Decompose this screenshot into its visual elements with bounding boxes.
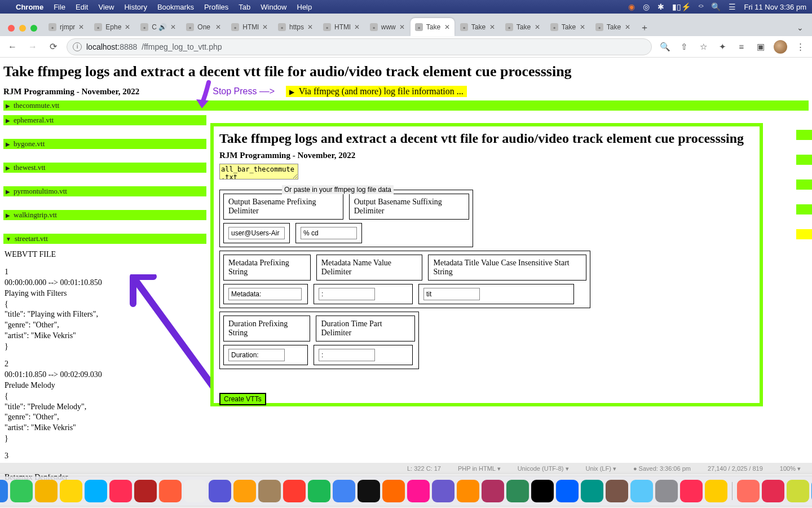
- tab-close-icon[interactable]: ✕: [625, 23, 630, 31]
- browser-tab[interactable]: ∘Ephe✕: [90, 18, 135, 36]
- battery-icon[interactable]: ▮▯⚡: [672, 2, 691, 11]
- metadata-delimiter-input[interactable]: [319, 288, 375, 300]
- tab-close-icon[interactable]: ✕: [535, 23, 540, 31]
- vtt-row[interactable]: ▶ ephemeral.vtt: [3, 115, 206, 125]
- bluetooth-icon[interactable]: ✱: [657, 2, 664, 11]
- dock-app-icon[interactable]: [737, 480, 760, 502]
- new-tab-button[interactable]: ＋: [636, 19, 653, 36]
- vtt-row[interactable]: ▶ thewest.vtt: [3, 163, 206, 173]
- browser-tab[interactable]: ∘https✕: [273, 18, 317, 36]
- metadata-prefix-input[interactable]: [228, 288, 302, 300]
- wifi-icon[interactable]: ⌔: [699, 2, 703, 11]
- dock-app-icon[interactable]: [630, 480, 653, 502]
- dock-app-icon[interactable]: [85, 480, 107, 502]
- control-center-icon[interactable]: ☰: [729, 2, 736, 11]
- back-button[interactable]: ←: [6, 42, 19, 52]
- browser-tab[interactable]: ∘Take✕: [456, 18, 500, 36]
- menubar-clock[interactable]: Fri 11 Nov 3:36 pm: [744, 3, 806, 11]
- dock-app-icon[interactable]: [35, 480, 58, 502]
- menu-tab[interactable]: Tab: [239, 3, 250, 11]
- dock-app-icon[interactable]: [283, 480, 306, 502]
- bookmark-star-icon[interactable]: ☆: [697, 42, 709, 52]
- site-info-icon[interactable]: i: [73, 42, 82, 51]
- tab-close-icon[interactable]: ✕: [170, 23, 176, 31]
- side-panel-icon[interactable]: ▣: [754, 42, 767, 52]
- tab-close-icon[interactable]: ✕: [262, 23, 268, 31]
- dock-app-icon[interactable]: [482, 480, 504, 502]
- menu-history[interactable]: History: [124, 3, 147, 11]
- menu-edit[interactable]: Edit: [76, 3, 88, 11]
- tab-close-icon[interactable]: ✕: [354, 23, 360, 31]
- menu-help[interactable]: Help: [297, 3, 312, 11]
- reading-list-icon[interactable]: ≡: [735, 42, 748, 51]
- tab-close-icon[interactable]: ✕: [78, 23, 84, 31]
- tab-close-icon[interactable]: ✕: [580, 23, 585, 31]
- spotlight-icon[interactable]: 🔍: [711, 2, 721, 11]
- browser-tab[interactable]: ∘Take✕: [411, 18, 454, 36]
- address-bar[interactable]: i localhost:8888 /ffmpeg_log_to_vtt.php: [67, 38, 652, 55]
- prefix-delimiter-input[interactable]: [228, 227, 285, 239]
- vtt-row-expanded[interactable]: ▼ streetart.vtt: [3, 234, 206, 244]
- menu-file[interactable]: File: [54, 3, 65, 11]
- dock-app-icon[interactable]: [308, 480, 330, 502]
- window-zoom-button[interactable]: [30, 25, 37, 32]
- dock-app-icon[interactable]: [0, 480, 8, 502]
- browser-tab[interactable]: ∘HTMl✕: [319, 18, 364, 36]
- tab-close-icon[interactable]: ✕: [444, 23, 450, 31]
- dock-app-icon[interactable]: [60, 480, 82, 502]
- dock-app-icon[interactable]: [109, 480, 132, 502]
- dock-app-icon[interactable]: [762, 480, 784, 502]
- window-close-button[interactable]: [8, 25, 15, 32]
- dock-app-icon[interactable]: [680, 480, 703, 502]
- profile-avatar[interactable]: [774, 40, 787, 54]
- duration-delimiter-input[interactable]: [319, 349, 375, 361]
- dock-app-icon[interactable]: [10, 480, 33, 502]
- dock-app-icon[interactable]: [705, 480, 727, 502]
- tabs-dropdown[interactable]: ⌄: [792, 19, 809, 36]
- zoom-icon[interactable]: 🔍: [659, 42, 671, 52]
- metadata-title-start-input[interactable]: [423, 288, 480, 300]
- dock-app-icon[interactable]: [382, 480, 405, 502]
- dock-app-icon[interactable]: [233, 480, 256, 502]
- tab-close-icon[interactable]: ✕: [489, 23, 495, 31]
- dock-app-icon[interactable]: [407, 480, 430, 502]
- dock-app-icon[interactable]: [432, 480, 454, 502]
- dock-app-icon[interactable]: [581, 480, 603, 502]
- tab-close-icon[interactable]: ✕: [125, 23, 130, 31]
- menu-bookmarks[interactable]: Bookmarks: [157, 3, 194, 11]
- active-app[interactable]: Chrome: [16, 3, 43, 11]
- browser-tab[interactable]: ∘C 🔊✕: [136, 18, 180, 36]
- suffix-delimiter-input[interactable]: [301, 227, 357, 239]
- browser-tab[interactable]: ∘Take✕: [546, 18, 590, 36]
- vtt-row[interactable]: ▶ bygone.vtt: [3, 139, 206, 149]
- dock-app-icon[interactable]: [184, 480, 206, 502]
- dock-app-icon[interactable]: [506, 480, 529, 502]
- dock-app-icon[interactable]: [209, 480, 231, 502]
- reload-button[interactable]: ⟳: [46, 41, 60, 52]
- tab-close-icon[interactable]: ✕: [307, 23, 313, 31]
- dock-app-icon[interactable]: [333, 480, 355, 502]
- menu-window[interactable]: Window: [261, 3, 286, 11]
- menu-profiles[interactable]: Profiles: [204, 3, 228, 11]
- browser-tab[interactable]: ∘rjmpr✕: [44, 18, 89, 36]
- dock-app-icon[interactable]: [358, 480, 380, 502]
- tab-close-icon[interactable]: ✕: [399, 23, 405, 31]
- vtt-row[interactable]: ▶ pyrmontultimo.vtt: [3, 186, 206, 196]
- logfile-textarea[interactable]: all_bar_thecommute.txt: [219, 164, 298, 179]
- dock-app-icon[interactable]: [787, 480, 809, 502]
- dock-app-icon[interactable]: [655, 480, 678, 502]
- dock-app-icon[interactable]: [457, 480, 479, 502]
- dock-app-icon[interactable]: [606, 480, 628, 502]
- status-record-icon[interactable]: ◎: [643, 2, 650, 11]
- via-ffmpeg-link[interactable]: ▶ Via ffmpeg (and more) log file informa…: [286, 86, 467, 97]
- browser-tab[interactable]: ∘Take✕: [591, 18, 635, 36]
- vtt-row[interactable]: ▶ walkingtrip.vtt: [3, 210, 206, 220]
- dock-app-icon[interactable]: [556, 480, 579, 502]
- chrome-menu-icon[interactable]: ⋮: [794, 42, 806, 52]
- browser-tab[interactable]: ∘Take✕: [501, 18, 545, 36]
- create-vtts-button[interactable]: Create VTTs: [219, 393, 266, 405]
- dock-app-icon[interactable]: [258, 480, 281, 502]
- window-minimize-button[interactable]: [19, 25, 26, 32]
- vtt-row[interactable]: ▶ thecommute.vtt: [3, 100, 809, 111]
- browser-tab[interactable]: ∘www✕: [365, 18, 409, 36]
